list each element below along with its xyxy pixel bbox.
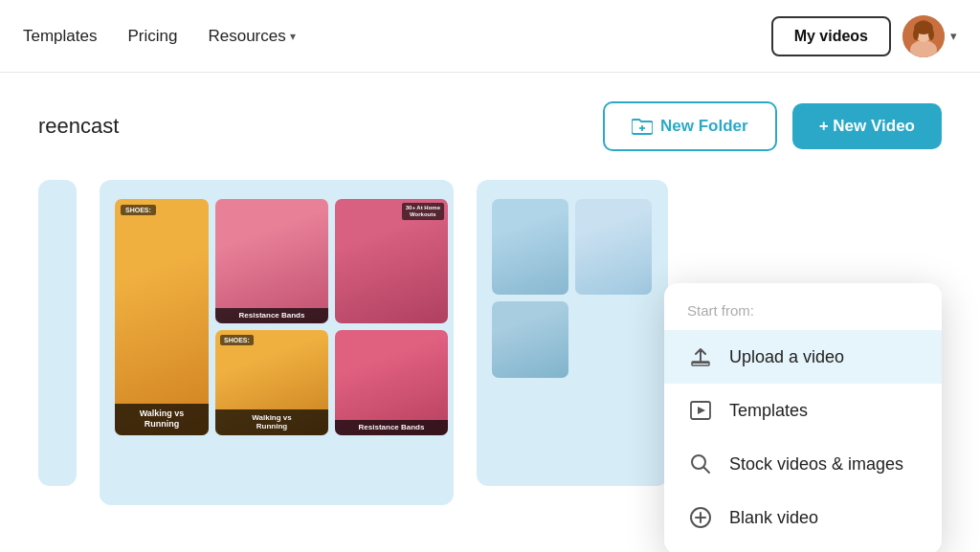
avatar-chevron-icon: ▾ — [950, 29, 957, 43]
nav-links: Templates Pricing Resources ▾ — [23, 27, 771, 46]
folder-card-1[interactable]: SHOES: Walking vsRunning Resistance Band… — [100, 180, 454, 505]
stock-videos-item[interactable]: Stock videos & images — [664, 437, 942, 491]
start-from-label: Start from: — [664, 302, 942, 330]
folder2-thumbnails — [492, 199, 653, 378]
header: Templates Pricing Resources ▾ My videos — [0, 0, 980, 73]
thumb-partial1 — [492, 199, 568, 295]
thumb-partial2 — [575, 199, 652, 295]
shoes2-top-label: SHOES: — [220, 335, 254, 345]
my-videos-button[interactable]: My videos — [771, 16, 891, 56]
templates-item[interactable]: Templates — [664, 384, 942, 437]
folder-partial-left[interactable] — [38, 180, 77, 486]
nav-resources[interactable]: Resources ▾ — [208, 27, 295, 46]
avatar-menu[interactable]: ▾ — [902, 15, 957, 57]
shoes2-bottom-label: Walking vsRunning — [215, 409, 328, 435]
new-video-dropdown: Start from: Upload a video Templates — [664, 283, 942, 552]
templates-icon — [687, 397, 714, 424]
folder-card-2[interactable] — [477, 180, 668, 486]
header-right: My videos ▾ — [771, 15, 957, 57]
shoes-bottom-label: Walking vsRunning — [115, 404, 209, 435]
thumb-shoes2: SHOES: Walking vsRunning — [215, 330, 328, 435]
resist2-label: Resistance Bands — [335, 420, 448, 435]
avatar — [902, 15, 945, 57]
folder-thumbnails: SHOES: Walking vsRunning Resistance Band… — [115, 199, 438, 435]
resources-chevron-icon: ▾ — [290, 30, 296, 43]
new-video-label: + New Video — [819, 117, 915, 136]
shoes-top-label: SHOES: — [121, 205, 156, 215]
avatar-image — [902, 15, 945, 57]
new-folder-label: New Folder — [660, 117, 748, 136]
toolbar: reencast New Folder + New Video — [38, 101, 942, 151]
svg-line-15 — [704, 468, 710, 474]
blank-video-item[interactable]: Blank video — [664, 491, 942, 544]
svg-point-7 — [913, 29, 919, 40]
thumb-resist1: Resistance Bands — [215, 199, 328, 323]
upload-icon — [687, 343, 714, 370]
templates-label: Templates — [729, 401, 808, 421]
search-icon — [687, 451, 714, 477]
svg-point-8 — [928, 29, 934, 40]
workout-label: 30+ At HomeWorkouts — [402, 203, 444, 220]
thumb-resist2: Resistance Bands — [335, 330, 448, 435]
page-title: reencast — [38, 114, 119, 139]
folder-plus-icon — [632, 118, 653, 135]
svg-marker-13 — [698, 407, 705, 414]
stock-label: Stock videos & images — [729, 454, 903, 475]
nav-pricing[interactable]: Pricing — [127, 27, 177, 46]
thumb-workout: 30+ At HomeWorkouts — [335, 199, 448, 323]
new-folder-button[interactable]: New Folder — [603, 101, 777, 151]
upload-video-item[interactable]: Upload a video — [664, 330, 942, 384]
thumb-partial3 — [492, 301, 568, 378]
resources-label: Resources — [208, 27, 285, 46]
resist1-label: Resistance Bands — [215, 308, 328, 323]
main-content: reencast New Folder + New Video SHOES: W… — [0, 73, 980, 505]
plus-icon — [687, 504, 714, 531]
blank-label: Blank video — [729, 508, 818, 528]
new-video-button[interactable]: + New Video — [792, 103, 942, 149]
upload-label: Upload a video — [729, 347, 844, 367]
nav-templates[interactable]: Templates — [23, 27, 97, 46]
thumb-shoes: SHOES: Walking vsRunning — [115, 199, 209, 435]
